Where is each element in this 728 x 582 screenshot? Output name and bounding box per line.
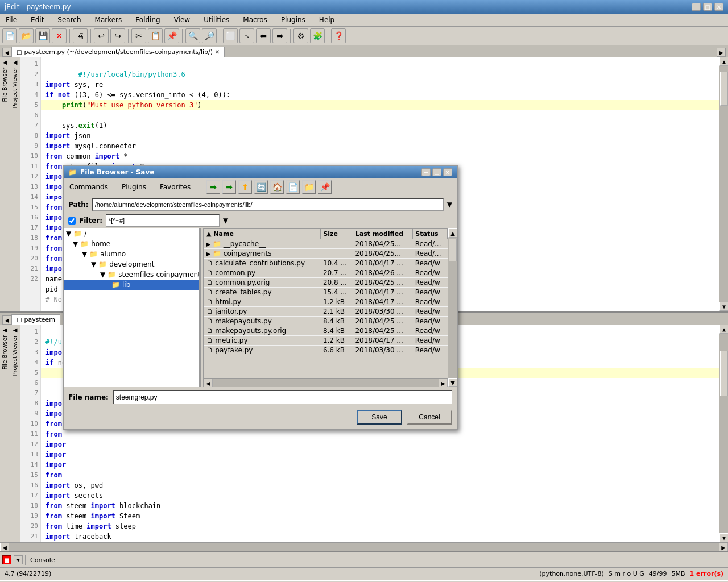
file-row-common[interactable]: 🗋 common.py 20.7 ...2018/04/26 ...Read/w — [204, 268, 448, 278]
tree-item-development[interactable]: ▼ 📁 development — [64, 259, 199, 269]
col-name[interactable]: ▲ Name — [204, 229, 321, 239]
tree-expand-development[interactable]: ▼ — [91, 260, 96, 268]
file-vscroll-down[interactable]: ▼ — [448, 378, 457, 387]
bottom-project-collapse-icon[interactable]: ◀ — [13, 327, 18, 333]
tab-scroll-left[interactable]: ◀ — [2, 48, 11, 57]
file-row-makepayouts[interactable]: 🗋 makepayouts.py 8.4 kB2018/04/25 ...Rea… — [204, 317, 448, 326]
file-row-pycache[interactable]: ▶ 📁 __pycache__ 2018/04/25...Read/... — [204, 239, 448, 249]
col-modified[interactable]: Last modified — [353, 229, 412, 239]
tree-item-lib[interactable]: 📁 lib — [64, 280, 199, 290]
dialog-new-file[interactable]: 📄 — [286, 180, 300, 194]
col-size[interactable]: Size — [321, 229, 353, 239]
hscroll-left[interactable]: ◀ — [0, 543, 9, 552]
menu-help[interactable]: Help — [316, 15, 338, 25]
dialog-plugins[interactable]: Plugins — [119, 182, 148, 192]
tool-new[interactable]: 📄 — [2, 28, 17, 43]
tool-help[interactable]: ❓ — [331, 28, 346, 43]
vscroll-up[interactable]: ▲ — [719, 57, 728, 66]
tool-print[interactable]: 🖨 — [73, 28, 88, 43]
tree-item-alumno[interactable]: ▼ 📁 alumno — [64, 249, 199, 259]
file-row-create-tables[interactable]: 🗋 create_tables.py 15.4 ...2018/04/17 ..… — [204, 288, 448, 297]
vscroll-down[interactable]: ▼ — [719, 302, 728, 311]
file-row-janitor[interactable]: 🗋 janitor.py 2.1 kB2018/03/30 ...Read/w — [204, 307, 448, 317]
menu-search[interactable]: Search — [54, 15, 84, 25]
window-minimize[interactable]: ─ — [692, 3, 701, 11]
tree-item-steemfiles[interactable]: ▼ 📁 steemfiles-coinpayments — [64, 269, 199, 280]
bottom-collapse-icon[interactable]: ◀ — [3, 327, 7, 333]
tool-redo[interactable]: ↪ — [110, 28, 125, 43]
bottom-vscroll-thumb[interactable] — [720, 351, 728, 396]
file-row-html[interactable]: 🗋 html.py 1.2 kB2018/04/17 ...Read/w — [204, 297, 448, 307]
tool-search2[interactable]: 🔎 — [202, 28, 217, 43]
bottom-hscrollbar[interactable]: ◀ ▶ — [0, 542, 728, 551]
expand-pycache[interactable]: ▶ — [206, 241, 211, 247]
file-row-coinpayments[interactable]: ▶ 📁 coinpayments 2018/04/25...Read/... — [204, 249, 448, 259]
path-dropdown-arrow[interactable]: ▼ — [447, 201, 452, 209]
tree-expand-alumno[interactable]: ▼ — [82, 250, 87, 258]
window-maximize[interactable]: □ — [703, 3, 712, 11]
dialog-commands[interactable]: Commands — [67, 182, 110, 192]
save-button[interactable]: Save — [357, 410, 402, 425]
file-vscroll-up[interactable]: ▲ — [448, 228, 457, 238]
file-hscroll-left[interactable]: ◀ — [204, 379, 213, 387]
tool-open[interactable]: 📂 — [19, 28, 34, 43]
file-list-vscrollbar[interactable]: ▲ ▼ — [448, 228, 457, 387]
file-hscroll-track[interactable] — [213, 379, 439, 387]
menu-macros[interactable]: Macros — [239, 15, 271, 25]
path-input[interactable] — [92, 198, 444, 211]
dialog-nav-up[interactable]: ⬆ — [238, 180, 252, 194]
expand-coinpayments[interactable]: ▶ — [206, 251, 211, 257]
filter-input[interactable] — [106, 214, 220, 227]
vscroll-thumb[interactable] — [720, 72, 728, 106]
bottom-file-browser-label[interactable]: File Browser — [1, 333, 9, 372]
tree-item-home[interactable]: ▼ 📁 home — [64, 239, 199, 249]
tool-save[interactable]: 💾 — [35, 28, 50, 43]
file-row-common-orig[interactable]: 🗋 common.py.orig 20.8 ...2018/04/25 ...R… — [204, 278, 448, 288]
bottom-vscroll-up[interactable]: ▲ — [719, 325, 728, 334]
dialog-nav-home[interactable]: 🏠 — [270, 180, 284, 194]
dialog-close[interactable]: ✕ — [443, 168, 452, 176]
tree-expand-steemfiles[interactable]: ▼ — [100, 271, 105, 278]
dialog-nav-bookmark[interactable]: 📌 — [318, 180, 332, 194]
hscroll-track[interactable] — [9, 543, 719, 551]
menu-file[interactable]: File — [2, 15, 20, 25]
tool-copy[interactable]: 📋 — [148, 28, 163, 43]
vscroll-track[interactable] — [719, 66, 728, 302]
hscroll-right[interactable]: ▶ — [719, 543, 728, 552]
file-row-payfake[interactable]: 🗋 payfake.py 6.6 kB2018/03/30 ...Read/w — [204, 346, 448, 355]
tool-close[interactable]: ✕ — [52, 28, 67, 43]
project-collapse-icon[interactable]: ◀ — [13, 59, 18, 65]
console-tab-console[interactable]: Console — [25, 555, 60, 565]
menu-edit[interactable]: Edit — [27, 15, 47, 25]
tool-shrink[interactable]: ⤡ — [239, 28, 254, 43]
menu-utilities[interactable]: Utilities — [200, 15, 233, 25]
filter-checkbox[interactable] — [68, 217, 76, 225]
tool-undo[interactable]: ↩ — [94, 28, 109, 43]
file-browser-label[interactable]: File Browser — [1, 65, 9, 104]
tool-settings[interactable]: ⚙ — [293, 28, 308, 43]
window-close[interactable]: ✕ — [714, 3, 723, 11]
file-list-scroll[interactable]: ▲ Name Size Last modified Status ▶ 📁 __p… — [204, 228, 448, 378]
dialog-maximize[interactable]: □ — [432, 168, 441, 176]
menu-folding[interactable]: Folding — [132, 15, 163, 25]
dialog-minimize[interactable]: ─ — [421, 168, 431, 176]
file-row-metric[interactable]: 🗋 metric.py 1.2 kB2018/04/17 ...Read/w — [204, 336, 448, 346]
tree-expand-home[interactable]: ▼ — [73, 240, 78, 248]
collapse-icon[interactable]: ◀ — [3, 59, 7, 65]
menu-plugins[interactable]: Plugins — [278, 15, 309, 25]
bottom-vscroll-down[interactable]: ▼ — [719, 533, 728, 542]
dialog-new-folder[interactable]: 📁 — [302, 180, 316, 194]
bottom-project-viewer-label[interactable]: Project Viewer — [11, 333, 19, 378]
bottom-tab-scroll-left[interactable]: ◀ — [2, 315, 11, 325]
tab-paysteem-bottom[interactable]: □ paysteem — [11, 314, 60, 325]
tool-puzzle[interactable]: 🧩 — [310, 28, 325, 43]
menu-markers[interactable]: Markers — [92, 15, 126, 25]
tool-search[interactable]: 🔍 — [185, 28, 200, 43]
console-stop-btn[interactable]: ■ — [2, 555, 11, 564]
tool-left[interactable]: ⬅ — [256, 28, 271, 43]
tab-paysteem[interactable]: □ paysteem.py (~/development/steemfiles-… — [11, 47, 225, 57]
tool-paste[interactable]: 📌 — [164, 28, 179, 43]
file-row-makepayouts-orig[interactable]: 🗋 makepayouts.py.orig 8.4 kB2018/04/25 .… — [204, 326, 448, 336]
bottom-vscroll-track[interactable] — [719, 334, 728, 533]
filename-input[interactable] — [113, 390, 452, 404]
